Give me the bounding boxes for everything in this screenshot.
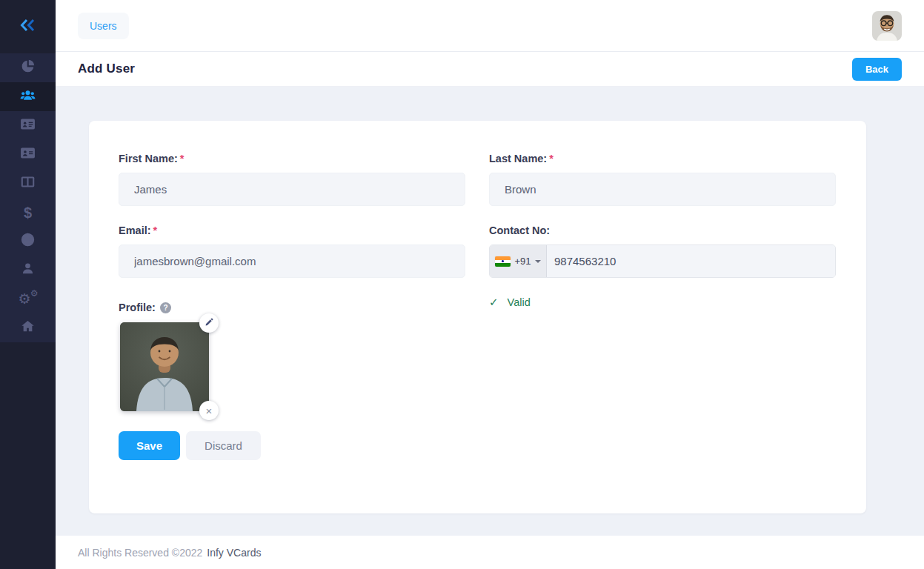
id-card-icon [20, 116, 36, 135]
columns-icon [20, 174, 36, 193]
footer: All Rights Reserved ©2022 Infy VCards [56, 536, 924, 569]
add-user-form-card: First Name:* Email:* Profile: [89, 121, 866, 513]
last-name-label: Last Name:* [489, 153, 836, 164]
email-input[interactable] [119, 244, 465, 278]
phone-input-group: +91 [489, 244, 836, 278]
check-icon: ✓ [489, 296, 499, 309]
app-window: $ [0, 0, 924, 569]
india-flag-icon [495, 256, 511, 267]
profile-edit-button[interactable] [199, 313, 219, 333]
profile-image-wrap: × [120, 322, 209, 411]
sidebar-item-transactions[interactable]: $ [0, 198, 56, 227]
dollar-sign-icon: $ [24, 205, 32, 220]
globe-icon [20, 232, 36, 250]
page-header: Add User Back [56, 52, 924, 87]
topbar: Users [56, 0, 924, 52]
required-marker: * [180, 153, 185, 164]
pie-chart-icon [20, 59, 36, 77]
breadcrumb-users[interactable]: Users [78, 13, 129, 39]
contact-number-input[interactable] [547, 245, 835, 277]
sidebar-item-account[interactable] [0, 256, 56, 284]
sidebar-collapse-button[interactable] [0, 0, 56, 53]
sidebar-item-languages[interactable] [0, 227, 56, 256]
email-label: Email:* [119, 224, 465, 236]
page-title: Add User [78, 61, 135, 76]
user-avatar-photo-icon [872, 11, 902, 41]
profile-label-row: Profile: ? [119, 302, 465, 313]
main-area: Users Add User Back [56, 0, 924, 569]
contact-label: Contact No: [489, 224, 836, 236]
contact-field-group: Contact No: +91 [489, 224, 836, 309]
footer-brand-link[interactable]: Infy VCards [207, 547, 261, 559]
first-name-label: First Name:* [119, 153, 465, 164]
sidebar-item-contacts[interactable] [0, 140, 56, 169]
users-group-icon [20, 87, 36, 106]
user-icon [20, 261, 36, 279]
email-field-group: Email:* [119, 224, 465, 278]
required-marker: * [549, 153, 554, 164]
footer-rights-text: All Rights Reserved ©2022 [78, 547, 202, 559]
required-marker: * [153, 224, 158, 236]
form-actions: Save Discard [119, 431, 465, 460]
first-name-input[interactable] [119, 173, 465, 206]
sidebar-item-plans[interactable] [0, 169, 56, 198]
back-button[interactable]: Back [852, 58, 902, 81]
country-code-dropdown[interactable]: +91 [490, 245, 547, 277]
sidebar: $ [0, 0, 56, 569]
discard-button[interactable]: Discard [186, 431, 261, 460]
profile-image [120, 322, 209, 411]
double-chevron-left-icon [19, 18, 37, 36]
sidebar-nav: $ [0, 53, 56, 342]
profile-remove-button[interactable]: × [199, 401, 219, 420]
sidebar-item-vcards[interactable] [0, 111, 56, 140]
pencil-icon [205, 317, 214, 329]
question-mark-icon[interactable]: ? [160, 302, 171, 313]
close-icon: × [206, 405, 213, 416]
content: First Name:* Email:* Profile: [56, 87, 924, 536]
topbar-avatar[interactable] [872, 11, 902, 41]
first-name-field-group: First Name:* [119, 153, 465, 206]
save-button[interactable]: Save [119, 431, 180, 460]
validation-text: Valid [508, 296, 531, 308]
sidebar-item-dashboard[interactable] [0, 53, 56, 82]
last-name-input[interactable] [489, 173, 836, 206]
dial-code: +91 [514, 256, 531, 267]
gears-icon: ⚙ ⚙ [19, 291, 37, 307]
profile-label: Profile: [119, 302, 156, 313]
chevron-down-icon [535, 260, 541, 263]
sidebar-item-users[interactable] [0, 82, 56, 111]
home-icon [20, 319, 36, 337]
address-card-icon [20, 145, 36, 164]
phone-validation-status: ✓ Valid [489, 296, 836, 309]
last-name-field-group: Last Name:* [489, 153, 836, 206]
sidebar-item-settings[interactable]: ⚙ ⚙ [0, 284, 56, 313]
sidebar-item-home[interactable] [0, 313, 56, 342]
